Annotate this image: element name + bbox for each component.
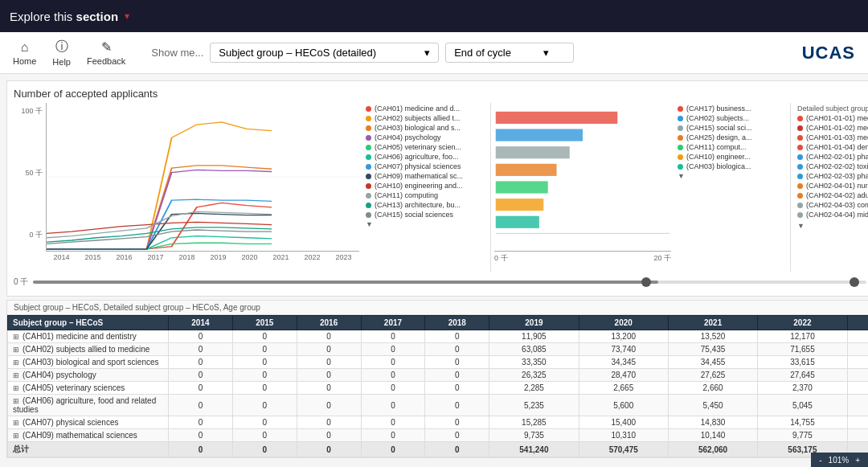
legend-item: (CAH06) agriculture, foo... <box>366 153 484 161</box>
chart-title: Number of accepted applicants <box>14 88 158 100</box>
section-title: Explore this section <box>10 10 118 23</box>
expand-icon[interactable]: ⊞ <box>13 419 19 427</box>
expand-icon[interactable]: ⊞ <box>13 371 19 379</box>
show-me-section: Show me... Subject group – HECoS (detail… <box>151 43 574 63</box>
home-icon: ⌂ <box>21 40 29 55</box>
svg-rect-6 <box>496 199 544 211</box>
table-section: Subject group – HECoS, Detailed subject … <box>6 300 868 458</box>
legend-item: (CAH01) medicine and d... <box>366 104 484 113</box>
table-row: ⊞(CAH02) subjects allied to medicine 000… <box>8 343 869 356</box>
legend-item: (CAH03) biological and s... <box>366 124 484 132</box>
table-row: ⊞(CAH03) biological and sport sciences 0… <box>8 356 869 369</box>
help-icon: ⓘ <box>55 39 68 55</box>
col-header-2018: 2018 <box>425 316 489 330</box>
bar-chart-legend: (CAH17) business... (CAH02) subjects... … <box>674 103 787 272</box>
zoom-plus[interactable]: + <box>855 456 860 465</box>
table-row: ⊞(CAH09) mathematical sciences 000009,73… <box>8 429 869 442</box>
col-header-2019: 2019 <box>489 316 579 330</box>
slider-track[interactable] <box>33 281 866 284</box>
legend-item: (CAH11) computing <box>366 191 484 199</box>
legend-item: (CAH05) veterinary scien... <box>366 143 484 151</box>
expand-icon[interactable]: ⊞ <box>13 358 19 367</box>
expand-icon[interactable]: ⊞ <box>13 384 19 392</box>
chart-card: Number of accepted applicants ▾ 100 千 50… <box>6 80 868 297</box>
slider-thumb-left[interactable] <box>641 277 651 287</box>
data-table: Subject group – HECoS 2014 2015 2016 201… <box>7 315 868 457</box>
chart-header: Number of accepted applicants ▾ <box>14 88 868 100</box>
dropdown-chevron-icon: ▾ <box>424 47 430 59</box>
line-chart-legend: (CAH01) medicine and d... (CAH02) subjec… <box>362 103 487 272</box>
legend-item: (CAH09) mathematical sc... <box>366 172 484 180</box>
col-header-2023: 2023 <box>847 316 868 330</box>
expand-icon[interactable]: ⊞ <box>13 346 19 354</box>
legend-item: (CAH13) architecture, bu... <box>366 201 484 209</box>
svg-rect-5 <box>496 181 548 193</box>
bar-chart-svg <box>494 103 671 251</box>
line-chart-svg <box>47 103 359 251</box>
table-subtitle: Subject group – HECoS, Detailed subject … <box>7 301 868 315</box>
col-header-2015: 2015 <box>232 316 297 330</box>
nav-home[interactable]: ⌂ Home <box>13 40 36 66</box>
table-row: ⊞(CAH04) psychology 0000026,32528,47027,… <box>8 369 869 382</box>
zoom-minus[interactable]: - <box>819 456 821 465</box>
svg-rect-4 <box>496 164 557 176</box>
table-row: ⊞(CAH06) agriculture, food and related s… <box>8 395 869 416</box>
main-content: Number of accepted applicants ▾ 100 千 50… <box>0 74 868 467</box>
col-header-2017: 2017 <box>361 316 425 330</box>
table-row: ⊞(CAH07) physical sciences 0000015,28515… <box>8 416 869 429</box>
col-header-2020: 2020 <box>579 316 668 330</box>
col-header-2014: 2014 <box>169 316 233 330</box>
legend-scroll-down[interactable]: ▼ <box>366 220 484 228</box>
ucas-logo: UCAS <box>802 43 855 63</box>
col-header-2022: 2022 <box>758 316 847 330</box>
svg-rect-1 <box>496 112 618 124</box>
section-chevron-icon[interactable]: ▾ <box>125 10 129 22</box>
table-row: ⊞(CAH01) medicine and dentistry 0000011,… <box>8 330 869 343</box>
expand-icon[interactable]: ⊞ <box>13 432 19 440</box>
svg-rect-7 <box>496 216 539 228</box>
svg-rect-3 <box>496 146 570 158</box>
col-header-2021: 2021 <box>668 316 757 330</box>
table-row: ⊞(CAH05) veterinary sciences 000002,2852… <box>8 382 869 395</box>
legend-item: (CAH15) social sciences <box>366 211 484 219</box>
zoom-percent: 101% <box>829 456 850 465</box>
col-header-subject: Subject group – HECoS <box>8 316 169 330</box>
show-me-dropdown[interactable]: Subject group – HECoS (detailed) ▾ <box>210 43 439 63</box>
legend-item: (CAH10) engineering and... <box>366 182 484 190</box>
slider-thumb-right[interactable] <box>850 277 859 287</box>
expand-icon[interactable]: ⊞ <box>13 397 19 405</box>
total-row: 总计 00000541,240570,475562,060563,175554,… <box>8 442 869 457</box>
end-cycle-chevron-icon: ▾ <box>543 47 549 59</box>
feedback-icon: ✎ <box>101 39 112 55</box>
legend-item: (CAH02) subjects allied t... <box>366 114 484 122</box>
show-me-label: Show me... <box>151 47 203 59</box>
svg-rect-2 <box>496 129 583 141</box>
col-header-2016: 2016 <box>297 316 361 330</box>
zoom-bar: - 101% + <box>811 453 868 467</box>
legend-item: (CAH07) physical sciences <box>366 162 484 170</box>
bar-legend-scroll-down[interactable]: ▼ <box>678 172 784 180</box>
nav-help[interactable]: ⓘ Help <box>52 39 71 67</box>
end-cycle-dropdown[interactable]: End of cycle ▾ <box>445 43 574 63</box>
top-bar: Explore this section ▾ <box>0 0 868 32</box>
nav-feedback[interactable]: ✎ Feedback <box>87 39 125 66</box>
legend-item: (CAH04) psychology <box>366 133 484 141</box>
detail-legend-scroll-down[interactable]: ▼ <box>797 222 868 230</box>
nav-bar: ⌂ Home ⓘ Help ✎ Feedback Show me... Subj… <box>0 32 868 74</box>
expand-icon[interactable]: ⊞ <box>13 333 19 341</box>
